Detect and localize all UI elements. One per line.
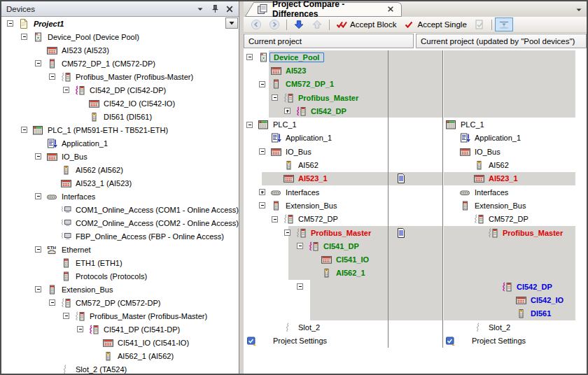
compare-right-cell[interactable] [443,104,587,118]
compare-right-cell[interactable]: Extension_Bus [443,199,587,212]
expand-toggle[interactable] [35,246,41,253]
expand-toggle[interactable] [21,127,27,133]
tree-row[interactable]: AI562 (AI562) [1,163,239,176]
compare-left-cell[interactable]: Profibus_Master [244,91,388,104]
tab-list-chevron-icon[interactable] [573,4,583,14]
compare-row[interactable]: CI542_DP [244,280,587,293]
compare-right-cell[interactable]: CI542_DP [443,280,587,293]
accept-all-button[interactable] [470,17,489,31]
compare-row[interactable]: Profibus_MasterProfibus_Master [244,226,587,239]
compare-left-cell[interactable]: AI562_1 [244,267,388,280]
compare-row[interactable]: CI541_IO [244,253,587,266]
compare-left-cell[interactable]: CI542_DP [244,104,388,118]
compare-left-cell[interactable]: Slot_2 [244,320,388,334]
compare-left-cell[interactable]: Extension_Bus [244,199,388,212]
compare-right-cell[interactable]: Profibus_Master [443,226,587,239]
compare-row[interactable]: CI542_DP [244,104,587,118]
tree-row[interactable]: PLC_1 (PM591-ETH - TB521-ETH) [1,123,239,136]
expand-toggle[interactable] [259,81,265,87]
compare-left-cell[interactable] [244,280,388,293]
accept-block-button[interactable]: Accept Block [332,17,400,31]
compare-left-cell[interactable] [244,293,388,306]
tree-row[interactable]: DI561 (DI561) [1,110,239,123]
expand-toggle[interactable] [63,87,69,93]
compare-row[interactable]: Project SettingsProject Settings [244,334,587,347]
expand-toggle[interactable] [35,60,41,66]
compare-left-cell[interactable]: Project Settings [244,334,388,347]
compare-row[interactable]: CI542_IO [244,293,587,306]
tree-row[interactable]: Extension_Bus [1,283,239,296]
compare-right-cell[interactable] [443,91,587,104]
compare-row[interactable]: AI562AI562 [244,158,587,171]
compare-row[interactable]: PLC_1PLC_1 [244,118,587,131]
compare-left-cell[interactable]: CI541_IO [244,253,388,266]
compare-row[interactable]: Slot_2Slot_2 [244,320,587,334]
compare-right-cell[interactable]: Application_1 [443,132,587,145]
expand-toggle[interactable] [49,73,55,80]
accept-single-button[interactable]: Accept Single [400,17,470,31]
tree-row[interactable]: AI523 (AI523) [1,43,239,57]
compare-right-cell[interactable] [443,267,587,280]
tree-row[interactable]: CM572_DP (CM572-DP) [1,296,239,309]
compare-left-cell[interactable]: Profibus_Master [244,226,388,239]
compare-row[interactable]: DI561 [244,307,587,320]
tree-row[interactable]: Interfaces [1,190,239,203]
compare-left-cell[interactable]: Device_Pool [244,50,388,64]
expand-toggle[interactable] [284,229,290,236]
compare-row[interactable]: IO_BusIO_Bus [244,145,587,158]
compare-right-cell[interactable]: CI542_IO [443,293,587,306]
compare-left-cell[interactable]: CM572_DP [244,213,388,226]
compare-row[interactable]: AI523_1AI523_1 [244,172,587,185]
expand-toggle[interactable] [246,122,253,128]
compare-left-cell[interactable]: AI523 [244,64,388,77]
compare-row[interactable]: CM572_DPCM572_DP [244,213,587,226]
compare-row[interactable]: InterfacesInterfaces [244,185,587,199]
compare-right-cell[interactable]: Project Settings [443,334,587,347]
compare-left-cell[interactable]: IO_Bus [244,145,388,158]
compare-row[interactable]: Application_1Application_1 [244,132,587,145]
compare-row[interactable]: Device_Pool [244,50,587,64]
compare-right-cell[interactable]: DI561 [443,307,587,320]
expand-toggle[interactable] [272,94,278,101]
compare-right-cell[interactable] [443,78,587,91]
tree-row[interactable]: COM1_Online_Access (COM1 - Online Access… [1,203,239,216]
expand-toggle[interactable] [21,34,27,40]
tree-row[interactable]: Slot_2 (TA524) [1,362,239,374]
compare-row[interactable]: AI562_1 [244,267,587,280]
tree-row[interactable]: CI542_IO (CI542-IO) [1,97,239,110]
expand-toggle[interactable] [35,153,41,160]
close-icon[interactable] [224,3,235,15]
expand-toggle[interactable] [7,20,13,27]
expand-toggle[interactable] [77,326,83,332]
tree-row[interactable]: CM572_DP_1 (CM572-DP) [1,57,239,70]
tree-row[interactable]: CI541_DP (CI541-DP) [1,323,239,336]
compare-right-cell[interactable] [443,50,587,64]
expand-toggle[interactable] [297,283,303,290]
devices-dropdown-button[interactable] [225,17,238,29]
expand-toggle[interactable] [259,189,265,195]
nav-back-button[interactable] [247,17,265,31]
expand-toggle[interactable] [284,108,290,114]
compare-left-cell[interactable]: CM572_DP_1 [244,78,388,91]
compare-left-cell[interactable]: AI562 [244,158,388,171]
next-difference-button[interactable] [290,17,308,31]
compare-right-cell[interactable]: CM572_DP [443,213,587,226]
tab-project-compare[interactable]: Project Compare - Differences [245,1,402,17]
tab-close-icon[interactable] [386,4,396,14]
compare-right-cell[interactable]: AI523_1 [443,172,587,185]
tree-row[interactable]: Project1 [1,17,239,30]
tree-row[interactable]: ETHEthernet [1,243,239,256]
compare-right-cell[interactable]: AI562 [443,158,587,171]
tree-row[interactable]: Application_1 [1,136,239,150]
expand-toggle[interactable] [49,299,55,306]
compare-left-cell[interactable]: Interfaces [244,185,388,199]
expand-toggle[interactable] [63,313,69,319]
tree-row[interactable]: CI542_DP (CI542-DP) [1,83,239,97]
tree-row[interactable]: AI562_1 (AI562) [1,349,239,362]
tree-row[interactable]: Device_Pool (Device Pool) [1,30,239,43]
compare-row[interactable]: AI523 [244,64,587,77]
expand-toggle[interactable] [246,54,253,60]
tree-row[interactable]: FBP_Online_Access (FBP - Online Access) [1,229,239,243]
nav-forward-button[interactable] [265,17,284,31]
tree-row[interactable]: ETH1 (ETH1) [1,256,239,269]
